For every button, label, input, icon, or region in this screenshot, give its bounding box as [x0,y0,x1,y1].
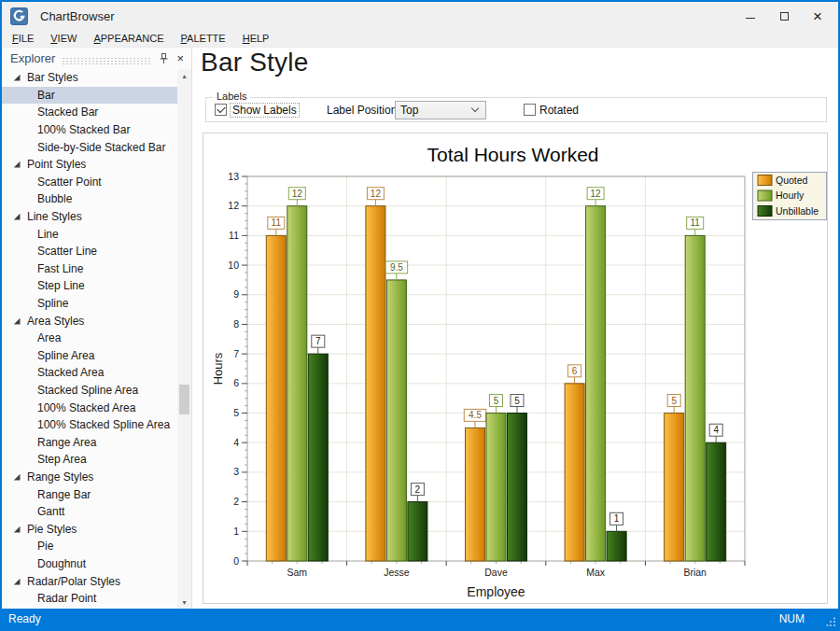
expand-triangle-icon [13,473,21,481]
tree-group-line-styles[interactable]: Line Styles [2,208,177,226]
bar-hourly-dave[interactable] [486,414,506,561]
menu-help[interactable]: HELP [234,33,278,44]
tree-item-doughnut[interactable]: Doughnut [2,555,177,573]
resize-grip-icon[interactable] [826,617,836,627]
bar-value-label: 12 [292,189,303,199]
dropdown-value: Top [400,104,418,117]
expand-triangle-icon [13,161,21,168]
explorer-scrollbar[interactable]: ▴ ▾ [177,69,191,609]
legend-label-hourly: Hourly [776,189,805,201]
tree-item-stacked-area[interactable]: Stacked Area [2,364,177,382]
tree-item-stacked-spline-area[interactable]: Stacked Spline Area [2,382,177,400]
tree-group-bar-styles[interactable]: Bar Styles [2,69,177,87]
tree-item-spline-area[interactable]: Spline Area [2,347,177,365]
tree-item-100-stacked-spline-area[interactable]: 100% Stacked Spline Area [2,416,177,434]
explorer-header: Explorer × [2,48,191,69]
bar-quoted-max[interactable] [565,384,584,561]
bar-unbillable-sam[interactable] [308,354,328,561]
tree-item-bar[interactable]: Bar [2,87,177,105]
rotated-checkbox[interactable] [524,104,536,116]
tree-item-stacked-bar[interactable]: Stacked Bar [2,104,177,121]
tree-group-area-styles[interactable]: Area Styles [2,312,177,330]
tree-group-label: Line Styles [27,210,82,223]
menu-palette[interactable]: PALETTE [173,33,234,44]
y-tick-label: 12 [228,200,239,211]
tree-item-side-by-side-stacked-bar[interactable]: Side-by-Side Stacked Bar [2,138,177,156]
explorer-panel: Explorer × Bar StylesBarStacked Bar100% … [2,48,192,609]
explorer-close-icon[interactable]: × [172,52,189,64]
bar-unbillable-max[interactable] [607,531,626,561]
tree-item-gantt[interactable]: Gantt [2,503,177,521]
bar-value-label: 11 [272,217,282,228]
scroll-down-icon[interactable]: ▾ [177,596,191,609]
show-labels-label[interactable]: Show Labels [231,104,299,117]
tree-item-radar-point[interactable]: Radar Point [2,590,177,608]
tree-group-radar-polar-styles[interactable]: Radar/Polar Styles [2,572,177,590]
legend-label-quoted: Quoted [776,175,808,186]
close-button[interactable]: × [801,2,834,30]
tree-item-100-stacked-area[interactable]: 100% Stacked Area [2,399,177,416]
tree-item-bubble[interactable]: Bubble [2,190,177,208]
title-bar: ChartBrowser × [2,2,838,30]
bar-hourly-jesse[interactable] [386,280,406,561]
bar-quoted-dave[interactable] [466,428,485,561]
menu-appearance[interactable]: APPEARANCE [85,33,172,44]
tree-item-step-line[interactable]: Step Line [2,277,177,295]
minimize-button[interactable] [734,2,767,30]
bar-hourly-max[interactable] [586,206,606,561]
x-category-label: Brian [683,567,707,578]
x-category-label: Jesse [384,567,410,578]
tree-item-pie[interactable]: Pie [2,538,177,555]
bar-value-label: 7 [315,336,321,346]
scroll-up-icon[interactable]: ▴ [177,69,191,82]
menu-bar: FILE VIEW APPEARANCE PALETTE HELP [2,30,838,48]
tree-item-step-area[interactable]: Step Area [2,451,177,469]
bar-value-label: 1 [614,513,620,524]
app-logo-icon[interactable] [10,7,28,25]
bar-unbillable-brian[interactable] [707,442,726,561]
label-position-dropdown[interactable]: Top [395,101,486,119]
tree-item-range-area[interactable]: Range Area [2,433,177,451]
app-window: ChartBrowser × FILE VIEW APPEARANCE PALE… [0,0,840,631]
bar-quoted-brian[interactable] [665,414,684,561]
bar-hourly-brian[interactable] [685,235,705,561]
tree-item-100-stacked-bar[interactable]: 100% Stacked Bar [2,121,177,139]
bar-value-label: 2 [415,484,421,495]
scroll-thumb[interactable] [179,385,189,414]
window-title: ChartBrowser [40,9,114,23]
legend-swatch-quoted [758,175,772,186]
menu-file[interactable]: FILE [4,33,42,44]
tree-group-pie-styles[interactable]: Pie Styles [2,520,177,538]
rotated-label: Rotated [539,104,579,117]
tree-group-label: Area Styles [27,315,84,328]
chart-title: Total Hours Worked [427,144,598,165]
show-labels-checkbox[interactable] [215,104,227,116]
tree-group-label: Pie Styles [27,523,77,536]
labels-groupbox: Labels Show Labels Label Position: Top [205,97,827,122]
maximize-button[interactable] [767,2,801,30]
bar-unbillable-dave[interactable] [508,414,527,561]
menu-view[interactable]: VIEW [42,33,85,44]
tree-item-scatter-point[interactable]: Scatter Point [2,174,177,191]
tree-item-scatter-line[interactable]: Scatter Line [2,243,177,260]
tree-item-area[interactable]: Area [2,330,177,347]
tree-group-point-styles[interactable]: Point Styles [2,156,177,174]
tree-item-range-bar[interactable]: Range Bar [2,485,177,503]
bar-value-label: 9.5 [390,262,403,273]
pin-icon[interactable] [156,52,172,64]
y-axis-title: Hours [211,352,225,385]
bar-hourly-sam[interactable] [287,206,307,561]
tree-group-label: Point Styles [27,158,86,171]
bar-quoted-jesse[interactable] [366,206,385,561]
tree-item-spline[interactable]: Spline [2,295,177,313]
x-category-label: Dave [484,567,508,578]
bar-value-label: 5 [494,396,499,406]
window-controls: × [734,2,834,30]
tree-item-line[interactable]: Line [2,225,177,243]
tree-group-range-styles[interactable]: Range Styles [2,469,177,486]
bar-quoted-sam[interactable] [266,235,286,561]
legend-swatch-hourly [758,190,772,201]
bar-value-label: 4.5 [469,410,482,420]
tree-item-fast-line[interactable]: Fast Line [2,260,177,278]
bar-unbillable-jesse[interactable] [408,502,427,561]
